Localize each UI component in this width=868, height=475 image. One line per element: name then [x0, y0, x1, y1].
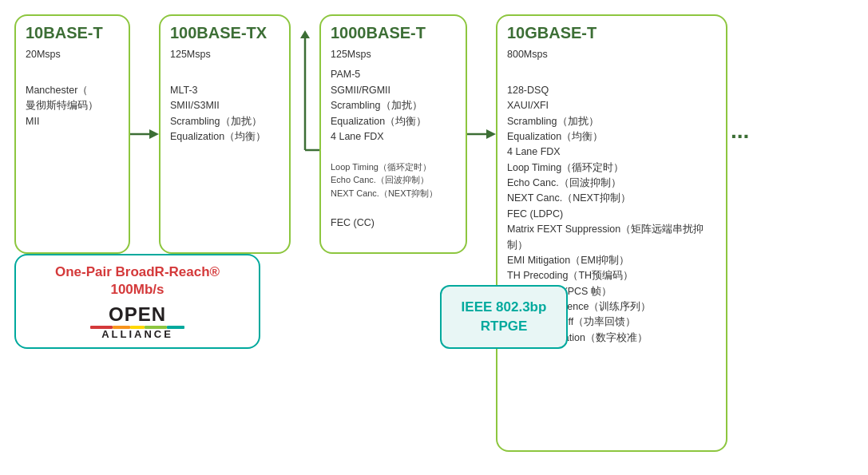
- bottom-row: One-Pair BroadR-Reach® 100Mb/s OPEN ALLI…: [14, 254, 568, 349]
- svg-marker-3: [300, 30, 310, 38]
- box-1000base-t: 1000BASE-T 125Msps PAM-5 SGMII/RGMII Scr…: [319, 14, 467, 254]
- box-100base-tx: 100BASE-TX 125Msps MLT-3 SMII/S3MII Scra…: [159, 14, 291, 254]
- box-10base-t-content: 20Msps Manchester（ 曼彻斯特编码） MII: [26, 47, 119, 129]
- box-10base-t: 10BASE-T 20Msps Manchester（ 曼彻斯特编码） MII: [14, 14, 130, 254]
- arrow-up-right-svg: [291, 30, 319, 270]
- features2-1000base: Loop Timing（循环定时） Echo Canc.（回波抑制） NEXT …: [331, 160, 456, 200]
- open-text: OPEN ALLIANCE: [27, 305, 248, 339]
- speed-10base: 20Msps: [26, 47, 119, 62]
- arrow-up-area: [291, 30, 319, 270]
- arrow-3: [467, 126, 496, 142]
- speed-100base: 125Msps: [170, 47, 279, 62]
- box-1000base-t-content: 125Msps PAM-5 SGMII/RGMII Scrambling（加扰）…: [331, 47, 456, 231]
- box-10gbase-t: 10GBASE-T 800Msps 128-DSQ XAUI/XFI Scram…: [496, 14, 727, 452]
- ieee-box: IEEE 802.3bp RTPGE: [440, 285, 568, 349]
- arrow-1: [130, 126, 159, 142]
- open-alliance-logo: OPEN ALLIANCE: [27, 305, 248, 339]
- box-100base-tx-content: 125Msps MLT-3 SMII/S3MII Scrambling（加扰） …: [170, 47, 279, 144]
- features-1000base: PAM-5 SGMII/RGMII Scrambling（加扰） Equaliz…: [331, 67, 456, 144]
- arrow-right-svg-1: [130, 126, 159, 142]
- ellipsis: ...: [731, 118, 749, 144]
- ieee-text: IEEE 802.3bp RTPGE: [454, 298, 553, 336]
- arrow-2-wrapper: [291, 14, 319, 270]
- features-100base: MLT-3 SMII/S3MII Scrambling（加扰） Equaliza…: [170, 83, 279, 145]
- features-10base: Manchester（ 曼彻斯特编码） MII: [26, 83, 119, 129]
- speed-10gbase: 800Msps: [507, 47, 716, 62]
- svg-marker-6: [486, 129, 496, 139]
- svg-marker-1: [149, 129, 159, 139]
- arrow-right-svg-3: [467, 126, 496, 142]
- broadr-title: One-Pair BroadR-Reach® 100Mb/s: [27, 263, 248, 299]
- main-container: 10BASE-T 20Msps Manchester（ 曼彻斯特编码） MII …: [0, 0, 868, 475]
- features3-1000base: FEC (CC): [331, 216, 456, 231]
- box-10gbase-t-title: 10GBASE-T: [507, 24, 716, 42]
- box-100base-tx-title: 100BASE-TX: [170, 24, 279, 42]
- broadr-reach-box: One-Pair BroadR-Reach® 100Mb/s OPEN ALLI…: [14, 254, 260, 349]
- speed-1000base: 125Msps: [331, 47, 456, 62]
- box-1000base-t-title: 1000BASE-T: [331, 24, 456, 42]
- box-10base-t-title: 10BASE-T: [26, 24, 119, 42]
